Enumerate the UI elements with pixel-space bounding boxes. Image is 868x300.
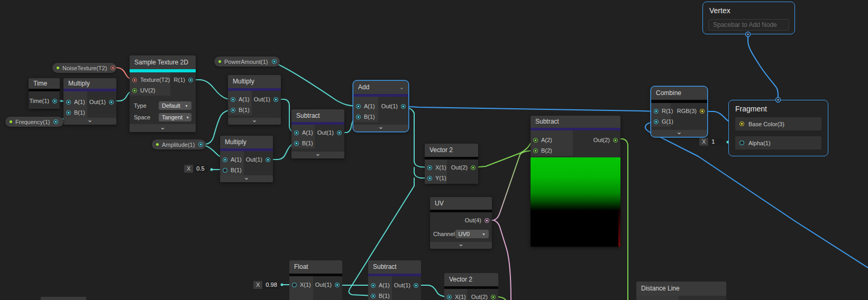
property-pill-amplitude[interactable]: Amplitude(1) — [152, 139, 206, 149]
input-port-texture[interactable] — [132, 78, 137, 82]
collapse-chevron-icon[interactable] — [651, 130, 707, 137]
input-port-a[interactable] — [231, 97, 235, 102]
widget-value[interactable]: 0.5 — [193, 165, 208, 173]
channel-dropdown[interactable]: UV0 — [455, 230, 489, 238]
input-port-y[interactable] — [427, 176, 432, 181]
collapse-chevron-icon[interactable] — [130, 124, 196, 132]
output-port[interactable] — [335, 283, 340, 287]
default-value-widget-multiply3-b[interactable]: X 0.5 — [184, 165, 208, 173]
port-label: Y(1) — [435, 175, 446, 181]
input-port-b[interactable] — [533, 148, 538, 153]
property-label: Amplitude(1) — [162, 142, 195, 148]
node-settings-chevron-icon[interactable] — [399, 81, 404, 94]
collapse-chevron-icon[interactable] — [63, 118, 116, 125]
input-port-b[interactable] — [294, 141, 299, 146]
port-label: X(1) — [455, 294, 466, 300]
add-block-placeholder[interactable]: Spacebar to Add Node — [708, 19, 789, 31]
float-output-port[interactable] — [198, 142, 203, 147]
output-port-rgb[interactable] — [700, 109, 705, 114]
node-vector2-a[interactable]: Vector 2 X(1) Out(2) Y(1) — [425, 144, 478, 184]
input-port-a[interactable] — [356, 104, 361, 109]
input-port-uv[interactable] — [132, 88, 137, 93]
output-port[interactable] — [485, 218, 489, 223]
input-port-r[interactable] — [654, 109, 659, 114]
node-partial-titlebar[interactable] — [41, 297, 86, 300]
node-subtract-1[interactable]: Subtract A(1) Out(1) B(1) — [291, 109, 344, 158]
widget-value[interactable]: 1 — [708, 138, 723, 146]
output-port[interactable] — [491, 295, 496, 299]
output-port[interactable] — [613, 138, 618, 143]
edge-add-to-combine-r[interactable] — [403, 106, 656, 111]
edge-vertex-to-fragment-stack[interactable] — [748, 34, 778, 100]
output-port[interactable] — [337, 130, 342, 135]
input-port-basecolor[interactable] — [739, 121, 744, 126]
type-dropdown[interactable]: Default — [159, 101, 191, 110]
edge-sample-r-to-multiply2-a[interactable] — [190, 80, 233, 99]
space-dropdown[interactable]: Tangent — [159, 113, 191, 121]
property-pill-poweramount[interactable]: PowerAmount(1) — [214, 57, 280, 67]
float-output-port[interactable] — [53, 119, 58, 124]
collapse-chevron-icon[interactable] — [353, 125, 408, 132]
output-port[interactable] — [273, 97, 278, 102]
input-port-alpha[interactable] — [739, 140, 744, 145]
node-vertex-context[interactable]: Vertex Spacebar to Add Node — [702, 2, 795, 34]
edge-uv-to-subtract2-b[interactable] — [487, 151, 536, 220]
default-value-widget-float-x[interactable]: X 0.98 — [253, 281, 280, 289]
input-port-b[interactable] — [371, 294, 376, 298]
output-port[interactable] — [471, 165, 476, 170]
input-port-a[interactable] — [533, 138, 538, 143]
property-pill-noisetexture[interactable]: NoiseTexture(T2) — [52, 63, 116, 73]
node-uv[interactable]: UV Out(4) Channel UV0 — [430, 197, 492, 249]
input-port-x[interactable] — [427, 165, 432, 170]
default-value-widget-alpha[interactable]: X 1 — [699, 138, 723, 146]
node-distance-line[interactable]: Distance Line — [636, 282, 726, 300]
input-port-b[interactable] — [231, 108, 235, 112]
input-port-a[interactable] — [371, 283, 376, 288]
node-time[interactable]: Time Time(1) — [29, 78, 60, 109]
input-port-x[interactable] — [447, 295, 452, 299]
node-float[interactable]: Float X(1) Out(1) — [289, 260, 342, 300]
node-combine[interactable]: Combine R(1) RGB(3) G(1) — [651, 87, 707, 137]
shader-graph-canvas[interactable]: NoiseTexture(T2) Frequency(1) PowerAmoun… — [0, 0, 868, 300]
node-multiply-1[interactable]: Multiply A(1) Out(1) B(1) — [63, 78, 116, 125]
node-title: Subtract — [291, 109, 344, 122]
edge-vector2b-out[interactable] — [498, 297, 506, 300]
block-base-color[interactable]: Base Color(3) — [735, 117, 821, 130]
collapse-chevron-icon[interactable] — [291, 152, 344, 158]
node-vector2-b[interactable]: Vector 2 X(1) Out(2) — [444, 273, 498, 300]
collapse-chevron-icon[interactable] — [228, 118, 281, 125]
output-port[interactable] — [109, 100, 114, 105]
input-port-a[interactable] — [66, 100, 71, 105]
node-subtract-3[interactable]: Subtract A(1) Out(1) B(1) — [368, 260, 421, 300]
node-fragment-context[interactable]: Fragment Base Color(3) Alpha(1) — [728, 100, 828, 156]
node-multiply-3[interactable]: Multiply A(1) Out(1) B(1) — [220, 136, 273, 182]
port-label: Out(2) — [451, 164, 468, 171]
input-port-b[interactable] — [356, 115, 361, 119]
output-port[interactable] — [52, 99, 57, 104]
input-port-x[interactable] — [292, 283, 297, 287]
input-port-b[interactable] — [66, 110, 71, 115]
port-label: RGB(3) — [677, 108, 697, 114]
edge-vector2a-to-subtract2-a[interactable] — [473, 140, 536, 167]
node-add[interactable]: Add A(1) Out(1) B(1) — [353, 81, 408, 132]
output-port-r[interactable] — [188, 78, 193, 82]
node-title: Vector 2 — [425, 144, 478, 157]
collapse-chevron-icon[interactable] — [220, 175, 273, 182]
property-pill-frequency[interactable]: Frequency(1) — [5, 117, 63, 127]
input-port-b[interactable] — [223, 168, 227, 173]
node-title-text: Add — [358, 83, 369, 91]
input-port-a[interactable] — [223, 157, 227, 162]
float-output-port[interactable] — [272, 59, 277, 64]
node-sample-texture-2d[interactable]: Sample Texture 2D Texture(T2) R(1) UV(2)… — [130, 55, 196, 132]
output-port[interactable] — [414, 283, 418, 288]
node-subtract-2[interactable]: Subtract A(2) Out(2) B(2) — [531, 116, 620, 247]
widget-value[interactable]: 0.98 — [262, 281, 280, 289]
input-port-g[interactable] — [654, 119, 659, 124]
input-port-a[interactable] — [294, 130, 299, 135]
block-alpha[interactable]: Alpha(1) — [735, 136, 821, 149]
texture-output-port[interactable] — [111, 65, 115, 70]
collapse-chevron-icon[interactable] — [430, 242, 492, 249]
output-port[interactable] — [401, 104, 406, 109]
output-port[interactable] — [266, 157, 270, 162]
node-multiply-2[interactable]: Multiply A(1) Out(1) B(1) — [228, 75, 281, 125]
